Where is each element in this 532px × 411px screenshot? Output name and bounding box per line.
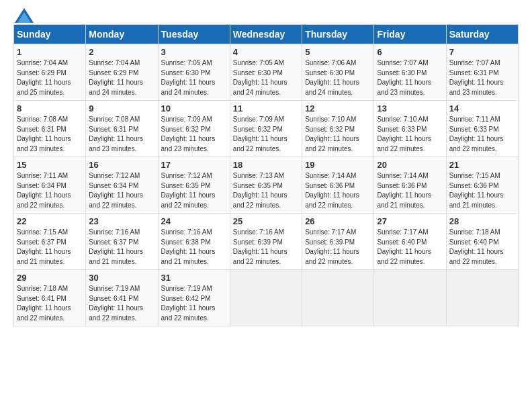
day-info: Sunrise: 7:13 AMSunset: 6:35 PMDaylight:…	[233, 171, 299, 210]
day-number: 15	[17, 160, 83, 170]
day-info: Sunrise: 7:11 AMSunset: 6:34 PMDaylight:…	[17, 171, 83, 210]
day-number: 2	[89, 47, 154, 57]
day-info: Sunrise: 7:08 AMSunset: 6:31 PMDaylight:…	[17, 115, 83, 154]
calendar-cell: 20Sunrise: 7:14 AMSunset: 6:36 PMDayligh…	[374, 157, 446, 214]
calendar-day-header: Tuesday	[158, 25, 230, 44]
day-number: 3	[161, 47, 227, 57]
day-number: 10	[161, 103, 227, 113]
day-number: 21	[449, 160, 515, 170]
day-info: Sunrise: 7:18 AMSunset: 6:40 PMDaylight:…	[449, 228, 515, 267]
day-info: Sunrise: 7:15 AMSunset: 6:37 PMDaylight:…	[17, 228, 83, 267]
day-info: Sunrise: 7:10 AMSunset: 6:32 PMDaylight:…	[305, 115, 371, 154]
day-info: Sunrise: 7:12 AMSunset: 6:35 PMDaylight:…	[161, 171, 227, 210]
calendar-week-row: 8Sunrise: 7:08 AMSunset: 6:31 PMDaylight…	[14, 101, 519, 157]
calendar-day-header: Friday	[374, 25, 446, 44]
calendar-cell: 28Sunrise: 7:18 AMSunset: 6:40 PMDayligh…	[446, 214, 518, 270]
calendar-week-row: 29Sunrise: 7:18 AMSunset: 6:41 PMDayligh…	[14, 270, 519, 326]
calendar-cell: 14Sunrise: 7:11 AMSunset: 6:33 PMDayligh…	[446, 101, 518, 157]
calendar-cell	[230, 270, 302, 326]
day-info: Sunrise: 7:16 AMSunset: 6:38 PMDaylight:…	[161, 228, 227, 267]
day-info: Sunrise: 7:11 AMSunset: 6:33 PMDaylight:…	[449, 115, 515, 154]
calendar-day-header: Monday	[86, 25, 158, 44]
calendar-cell: 2Sunrise: 7:04 AMSunset: 6:29 PMDaylight…	[86, 44, 158, 101]
calendar-week-row: 15Sunrise: 7:11 AMSunset: 6:34 PMDayligh…	[14, 157, 519, 214]
day-info: Sunrise: 7:14 AMSunset: 6:36 PMDaylight:…	[305, 171, 371, 210]
day-number: 29	[17, 273, 83, 283]
day-info: Sunrise: 7:16 AMSunset: 6:39 PMDaylight:…	[233, 228, 299, 267]
calendar-week-row: 22Sunrise: 7:15 AMSunset: 6:37 PMDayligh…	[14, 214, 519, 270]
day-info: Sunrise: 7:17 AMSunset: 6:39 PMDaylight:…	[305, 228, 371, 267]
calendar-header-row: SundayMondayTuesdayWednesdayThursdayFrid…	[14, 25, 519, 44]
day-number: 13	[377, 103, 443, 113]
calendar-week-row: 1Sunrise: 7:04 AMSunset: 6:29 PMDaylight…	[14, 44, 519, 101]
day-info: Sunrise: 7:07 AMSunset: 6:30 PMDaylight:…	[377, 58, 443, 97]
calendar-cell: 9Sunrise: 7:08 AMSunset: 6:31 PMDaylight…	[86, 101, 158, 157]
calendar-table: SundayMondayTuesdayWednesdayThursdayFrid…	[13, 24, 519, 326]
calendar-day-header: Wednesday	[230, 25, 302, 44]
calendar-cell	[374, 270, 446, 326]
day-number: 19	[305, 160, 371, 170]
day-number: 8	[17, 103, 83, 113]
logo	[13, 13, 34, 17]
day-info: Sunrise: 7:04 AMSunset: 6:29 PMDaylight:…	[89, 58, 154, 97]
day-info: Sunrise: 7:09 AMSunset: 6:32 PMDaylight:…	[161, 115, 227, 154]
day-info: Sunrise: 7:05 AMSunset: 6:30 PMDaylight:…	[161, 58, 227, 97]
page-header	[13, 13, 519, 17]
day-number: 16	[89, 160, 154, 170]
calendar-cell: 12Sunrise: 7:10 AMSunset: 6:32 PMDayligh…	[302, 101, 374, 157]
day-info: Sunrise: 7:19 AMSunset: 6:41 PMDaylight:…	[89, 284, 154, 323]
day-number: 31	[161, 273, 227, 283]
calendar-cell: 10Sunrise: 7:09 AMSunset: 6:32 PMDayligh…	[158, 101, 230, 157]
calendar-cell: 30Sunrise: 7:19 AMSunset: 6:41 PMDayligh…	[86, 270, 158, 326]
logo-icon	[15, 8, 34, 23]
day-number: 30	[89, 273, 154, 283]
day-number: 24	[161, 216, 227, 226]
calendar-cell	[302, 270, 374, 326]
calendar-cell: 19Sunrise: 7:14 AMSunset: 6:36 PMDayligh…	[302, 157, 374, 214]
calendar-cell: 6Sunrise: 7:07 AMSunset: 6:30 PMDaylight…	[374, 44, 446, 101]
day-number: 5	[305, 47, 371, 57]
day-info: Sunrise: 7:07 AMSunset: 6:31 PMDaylight:…	[449, 58, 515, 97]
day-info: Sunrise: 7:14 AMSunset: 6:36 PMDaylight:…	[377, 171, 443, 210]
calendar-cell: 25Sunrise: 7:16 AMSunset: 6:39 PMDayligh…	[230, 214, 302, 270]
day-info: Sunrise: 7:06 AMSunset: 6:30 PMDaylight:…	[305, 58, 371, 97]
calendar-cell: 24Sunrise: 7:16 AMSunset: 6:38 PMDayligh…	[158, 214, 230, 270]
day-info: Sunrise: 7:05 AMSunset: 6:30 PMDaylight:…	[233, 58, 299, 97]
calendar-cell: 5Sunrise: 7:06 AMSunset: 6:30 PMDaylight…	[302, 44, 374, 101]
day-number: 22	[17, 216, 83, 226]
calendar-cell: 22Sunrise: 7:15 AMSunset: 6:37 PMDayligh…	[14, 214, 86, 270]
day-number: 12	[305, 103, 371, 113]
calendar-cell: 11Sunrise: 7:09 AMSunset: 6:32 PMDayligh…	[230, 101, 302, 157]
day-number: 18	[233, 160, 299, 170]
day-number: 9	[89, 103, 154, 113]
day-info: Sunrise: 7:12 AMSunset: 6:34 PMDaylight:…	[89, 171, 154, 210]
calendar-cell: 1Sunrise: 7:04 AMSunset: 6:29 PMDaylight…	[14, 44, 86, 101]
day-info: Sunrise: 7:08 AMSunset: 6:31 PMDaylight:…	[89, 115, 154, 154]
day-number: 20	[377, 160, 443, 170]
calendar-day-header: Sunday	[14, 25, 86, 44]
day-number: 6	[377, 47, 443, 57]
calendar-cell: 3Sunrise: 7:05 AMSunset: 6:30 PMDaylight…	[158, 44, 230, 101]
calendar-cell: 7Sunrise: 7:07 AMSunset: 6:31 PMDaylight…	[446, 44, 518, 101]
calendar-day-header: Saturday	[446, 25, 518, 44]
calendar-cell: 23Sunrise: 7:16 AMSunset: 6:37 PMDayligh…	[86, 214, 158, 270]
day-number: 25	[233, 216, 299, 226]
day-info: Sunrise: 7:19 AMSunset: 6:42 PMDaylight:…	[161, 284, 227, 323]
day-number: 14	[449, 103, 515, 113]
calendar-cell: 17Sunrise: 7:12 AMSunset: 6:35 PMDayligh…	[158, 157, 230, 214]
day-number: 26	[305, 216, 371, 226]
calendar-cell: 4Sunrise: 7:05 AMSunset: 6:30 PMDaylight…	[230, 44, 302, 101]
day-info: Sunrise: 7:04 AMSunset: 6:29 PMDaylight:…	[17, 58, 83, 97]
day-info: Sunrise: 7:17 AMSunset: 6:40 PMDaylight:…	[377, 228, 443, 267]
calendar-cell: 29Sunrise: 7:18 AMSunset: 6:41 PMDayligh…	[14, 270, 86, 326]
day-info: Sunrise: 7:16 AMSunset: 6:37 PMDaylight:…	[89, 228, 154, 267]
day-number: 27	[377, 216, 443, 226]
calendar-cell: 26Sunrise: 7:17 AMSunset: 6:39 PMDayligh…	[302, 214, 374, 270]
calendar-day-header: Thursday	[302, 25, 374, 44]
day-info: Sunrise: 7:15 AMSunset: 6:36 PMDaylight:…	[449, 171, 515, 210]
day-number: 23	[89, 216, 154, 226]
day-info: Sunrise: 7:18 AMSunset: 6:41 PMDaylight:…	[17, 284, 83, 323]
day-number: 11	[233, 103, 299, 113]
calendar-cell: 16Sunrise: 7:12 AMSunset: 6:34 PMDayligh…	[86, 157, 158, 214]
day-info: Sunrise: 7:10 AMSunset: 6:33 PMDaylight:…	[377, 115, 443, 154]
